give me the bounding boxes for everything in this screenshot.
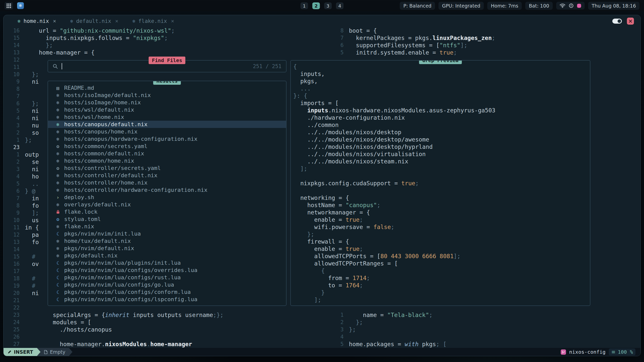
lua-file-icon: ☾ — [55, 275, 61, 280]
result-item[interactable]: ❄home/tux/default.nix — [48, 237, 286, 245]
result-item[interactable]: flake.lock — [48, 208, 286, 215]
result-item[interactable]: ☾pkgs/nvim/nvim/lua/configs/overrides.lu… — [48, 266, 286, 274]
code-line[interactable]: 1 name = "Tela-black"; — [333, 311, 640, 319]
tab-close-icon[interactable]: × — [115, 18, 118, 24]
result-item[interactable]: ›deploy.sh — [48, 194, 286, 201]
preview-line: to = 1764; — [293, 282, 590, 289]
result-item[interactable]: ⚙hosts/common/secrets.yaml — [48, 143, 286, 150]
tab-close-icon[interactable]: × — [53, 18, 56, 24]
apps-grid-icon — [6, 3, 11, 8]
result-item[interactable]: ❄hosts/controller/hardware-configuration… — [48, 186, 286, 194]
lock-file-icon — [55, 210, 61, 214]
system-tray[interactable]: 0 — [556, 2, 585, 10]
result-item[interactable]: ❄hosts/wsl/home.nix — [48, 113, 286, 121]
result-item[interactable]: ❄hosts/controller/default.nix — [48, 172, 286, 179]
svg-text:0: 0 — [570, 4, 572, 7]
code-line[interactable]: 2 }; — [333, 319, 640, 326]
result-item[interactable]: ▤README.md — [48, 84, 286, 92]
code-line[interactable]: 13 home-manager = { — [4, 49, 331, 56]
code-line[interactable]: 5 initrd.systemd.enable = true; — [333, 49, 640, 56]
code-line[interactable]: 24 modules = [ — [4, 319, 331, 326]
tab-list: ❄home.nix×❄default.nix×❄flake.nix× — [18, 18, 188, 24]
result-item[interactable]: ❄pkgs/default.nix — [48, 252, 286, 259]
result-item[interactable]: ❄hosts/isoImage/default.nix — [48, 92, 286, 99]
result-item[interactable]: ⚙hosts/controller/secrets.yaml — [48, 164, 286, 172]
lua-file-icon: ☾ — [55, 260, 61, 266]
preview-line: allowedTCPPortRanges = [ — [293, 260, 590, 267]
workspace-button[interactable]: 3 — [324, 2, 332, 9]
distro-logo-icon[interactable]: ❄ — [17, 2, 24, 9]
results-title: Results — [153, 81, 181, 85]
editor-tab[interactable]: ❄flake.nix× — [132, 18, 174, 24]
nix-file-icon: ❄ — [55, 107, 61, 113]
pin-toggle[interactable] — [612, 19, 622, 24]
code-line[interactable]: 7 kernelPackages = pkgs.linuxPackages_ze… — [333, 34, 640, 42]
app-launcher-button[interactable] — [5, 2, 13, 10]
nix-file-icon: ❄ — [55, 253, 61, 258]
nix-file-icon: ❄ — [55, 122, 61, 127]
nix-file-icon: ❄ — [55, 114, 61, 120]
result-item[interactable]: ☾pkgs/nvim/nvim/init.lua — [48, 230, 286, 237]
result-counter: 251 / 251 — [253, 63, 281, 69]
workspace-button[interactable]: 4 — [336, 2, 344, 9]
result-item[interactable]: ❄overlays/default.nix — [48, 201, 286, 208]
lua-file-icon: ☾ — [55, 267, 61, 273]
code-line[interactable]: 5home.packages = with pkgs; [ — [333, 341, 640, 348]
statusline: INSERT Empty nixos-config ≡ 100 % — [4, 348, 640, 356]
result-item[interactable]: ❄flake.nix — [48, 223, 286, 230]
clock: Thu Aug 08, 18:16 — [588, 2, 639, 10]
preview-line: enable = true; — [293, 216, 590, 223]
nix-file-icon: ❄ — [55, 246, 61, 251]
result-item[interactable]: ❄hosts/controller/home.nix — [48, 179, 286, 186]
preview-line: } — [293, 289, 590, 296]
workspace-button[interactable]: 2 — [312, 2, 320, 9]
nix-file-icon: ❄ — [55, 158, 61, 164]
code-line[interactable]: 4 — [333, 333, 640, 341]
result-item[interactable]: ❄pkgs/nvim/default.nix — [48, 245, 286, 252]
code-line[interactable]: 6 supportedFilesystems = ["ntfs"]; — [333, 42, 640, 49]
preview-line: ../../modules/nixos/steam.nix — [293, 158, 590, 165]
battery-module: Bat: 100 — [525, 2, 553, 10]
result-item[interactable]: ☾pkgs/nvim/nvim/lua/plugins/init.lua — [48, 259, 286, 266]
preview-line: }: { — [293, 92, 590, 100]
preview-line: { — [293, 63, 590, 70]
result-item[interactable]: ❄hosts/canopus/home.nix — [48, 128, 286, 135]
yaml-file-icon: ⚙ — [55, 144, 61, 149]
nix-file-icon: ❄ — [70, 18, 73, 24]
latency-module: Home: 7ms — [487, 2, 522, 10]
code-line[interactable]: 27 home-manager.nixosModules.home-manage… — [4, 341, 331, 348]
result-item[interactable]: ⚙stylua.toml — [48, 215, 286, 223]
code-line[interactable]: 8boot = { — [333, 27, 640, 34]
code-line[interactable]: 25 ./hosts/canopus — [4, 326, 331, 333]
result-item[interactable]: ❄hosts/canopus/hardware-configuration.ni… — [48, 135, 286, 143]
editor-tab[interactable]: ❄default.nix× — [70, 18, 118, 24]
tab-close-icon[interactable]: × — [171, 18, 174, 24]
code-line[interactable]: 26 — [4, 333, 331, 341]
result-item[interactable]: ☾pkgs/nvim/nvim/lua/configs/go.lua — [48, 281, 286, 288]
result-item[interactable]: ☾pkgs/nvim/nvim/lua/configs/lspconfig.lu… — [48, 296, 286, 303]
code-line[interactable]: 15 inputs.nixpkgs.follows = "nixpkgs"; — [4, 34, 331, 42]
preview-line: inputs, — [293, 70, 590, 78]
result-item[interactable]: ❄hosts/wsl/default.nix — [48, 106, 286, 113]
editor-window: ❄home.nix×❄default.nix×❄flake.nix× × 16 … — [3, 15, 641, 356]
editor-tab[interactable]: ❄home.nix× — [18, 18, 56, 24]
workspace-button[interactable]: 1 — [301, 2, 308, 9]
finder-prompt[interactable]: Find Files 251 / 251 — [48, 60, 287, 72]
code-line[interactable]: 23 specialArgs = {inherit inputs outputs… — [4, 311, 331, 319]
code-line[interactable]: 16 url = "github:nix-community/nixos-wsl… — [4, 27, 331, 34]
result-item[interactable]: ☾pkgs/nvim/nvim/lua/configs/conform.lua — [48, 288, 286, 296]
code-line[interactable]: 3}; — [333, 326, 640, 333]
result-item[interactable]: ❄hosts/isoImage/home.nix — [48, 99, 286, 106]
preview-line: nixpkgs.config.cudaSupport = true; — [293, 180, 590, 187]
notifications-icon: 0 — [569, 3, 574, 8]
result-item[interactable]: ❄hosts/common/home.nix — [48, 157, 286, 164]
window-close-button[interactable]: × — [627, 18, 634, 25]
code-line[interactable]: 14 }; — [4, 42, 331, 49]
lua-file-icon: ☾ — [55, 289, 61, 295]
sh-file-icon: › — [55, 195, 61, 200]
result-item[interactable]: ❄hosts/common/default.nix — [48, 150, 286, 157]
result-item[interactable]: ❄hosts/canopus/default.nix — [48, 121, 286, 128]
preview-line: wifi.powersave = false; — [293, 223, 590, 231]
result-item[interactable]: ☾pkgs/nvim/nvim/lua/configs/rust.lua — [48, 274, 286, 281]
preview-line: networkmanager = { — [293, 209, 590, 216]
